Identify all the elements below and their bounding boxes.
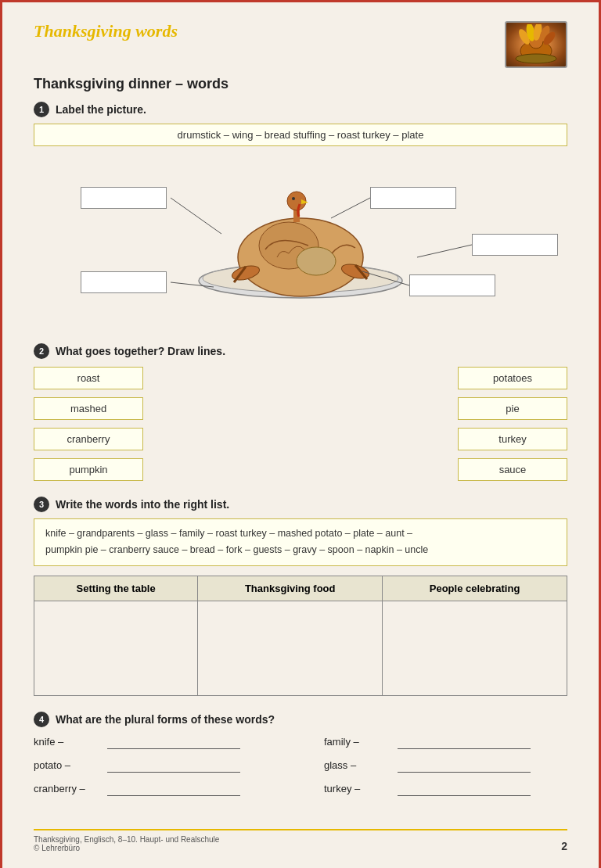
match-left-2: mashed <box>34 397 143 420</box>
match-left-1: roast <box>34 367 143 389</box>
plural-label-4: family – <box>324 736 394 748</box>
label-box-3 <box>472 234 558 256</box>
q3-word-list: knife – grandparents – glass – family – … <box>34 518 567 566</box>
plural-label-5: glass – <box>324 759 394 771</box>
sort-cell-3 <box>383 601 567 695</box>
plural-answer-1[interactable] <box>107 735 240 749</box>
question-4-label: 4 What are the plural forms of these wor… <box>34 712 567 727</box>
q4-number: 4 <box>34 712 49 727</box>
match-left-4: pumpkin <box>34 458 143 481</box>
svg-point-2 <box>516 54 556 63</box>
svg-point-20 <box>292 197 295 200</box>
plural-row-3: cranberry – <box>34 782 277 796</box>
match-left-3: cranberry <box>34 428 143 450</box>
plural-col-left: knife – potato – cranberry – <box>34 735 277 805</box>
page-number: 2 <box>561 840 567 852</box>
matching-lines-area <box>175 367 426 481</box>
plural-row-6: turkey – <box>324 782 567 796</box>
label-box-4 <box>81 271 167 293</box>
plural-row-4: family – <box>324 735 567 749</box>
plural-answer-3[interactable] <box>107 782 240 796</box>
plural-row-1: knife – <box>34 735 277 749</box>
label-box-1 <box>81 187 167 209</box>
svg-point-16 <box>297 247 336 275</box>
q4-text: What are the plural forms of these words… <box>56 713 275 726</box>
col3-header: People celebrating <box>383 576 567 601</box>
q2-number: 2 <box>34 343 49 359</box>
label-box-5 <box>409 274 495 296</box>
question-3-label: 3 Write the words into the right list. <box>34 497 567 512</box>
turkey-image-thumb <box>506 23 566 66</box>
plural-label-2: potato – <box>34 759 104 771</box>
match-right-2: pie <box>458 397 567 420</box>
worksheet-page: Thanksgiving words Thanksgiving dinner – <box>0 0 601 868</box>
matching-right: potatoes pie turkey sauce <box>458 367 567 481</box>
plural-answer-6[interactable] <box>398 782 531 796</box>
page-title: Thanksgiving dinner – words <box>34 76 567 92</box>
sort-table: Setting the table Thanksgiving food Peop… <box>34 576 567 696</box>
sort-cell-2 <box>198 601 383 695</box>
matching-left: roast mashed cranberry pumpkin <box>34 367 143 481</box>
matching-area: roast mashed cranberry pumpkin potatoes … <box>34 367 567 481</box>
header: Thanksgiving words <box>34 21 567 68</box>
q2-text: What goes together? Draw lines. <box>56 345 225 357</box>
sort-cell-1 <box>34 601 198 695</box>
q3-number: 3 <box>34 497 49 512</box>
sort-table-row <box>34 601 567 695</box>
plural-answer-2[interactable] <box>107 759 240 773</box>
plural-area: knife – potato – cranberry – family – gl… <box>34 735 567 805</box>
col2-header: Thanksgiving food <box>198 576 383 601</box>
question-1-label: 1 Label the picture. <box>34 102 567 117</box>
q1-word-bank: drumstick – wing – bread stuffing – roas… <box>34 124 567 146</box>
plural-row-5: glass – <box>324 759 567 773</box>
worksheet-title: Thanksgiving words <box>34 21 178 41</box>
q1-text: Label the picture. <box>56 103 146 116</box>
plural-col-right: family – glass – turkey – <box>324 735 567 805</box>
turkey-drawing <box>152 156 449 312</box>
footer: Thanksgiving, Englisch, 8–10. Haupt- und… <box>34 829 567 852</box>
question-2-label: 2 What goes together? Draw lines. <box>34 343 567 359</box>
plural-label-3: cranberry – <box>34 783 104 794</box>
q1-number: 1 <box>34 102 49 117</box>
footer-line2: © Lehrerbüro <box>34 844 219 852</box>
plural-row-2: potato – <box>34 759 277 773</box>
footer-credit: Thanksgiving, Englisch, 8–10. Haupt- und… <box>34 835 219 852</box>
q3-text: Write the words into the right list. <box>56 498 229 511</box>
header-image <box>505 21 567 68</box>
plural-answer-4[interactable] <box>398 735 531 749</box>
turkey-picture-area <box>34 156 567 328</box>
col1-header: Setting the table <box>34 576 198 601</box>
footer-line1: Thanksgiving, Englisch, 8–10. Haupt- und… <box>34 835 219 844</box>
plural-answer-5[interactable] <box>398 759 531 773</box>
match-right-1: potatoes <box>458 367 567 389</box>
plural-label-6: turkey – <box>324 783 394 794</box>
match-right-4: sauce <box>458 458 567 481</box>
match-right-3: turkey <box>458 428 567 450</box>
label-box-2 <box>370 187 456 209</box>
plural-label-1: knife – <box>34 736 104 748</box>
